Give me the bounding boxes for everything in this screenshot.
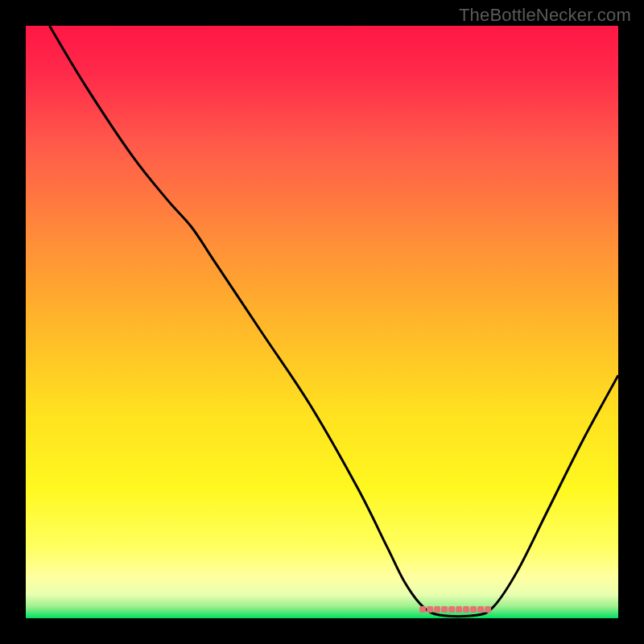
- svg-rect-7: [470, 606, 477, 613]
- svg-rect-5: [456, 606, 462, 613]
- svg-rect-3: [441, 606, 448, 613]
- chart-svg: [26, 26, 618, 618]
- svg-rect-8: [477, 606, 484, 613]
- gradient-background: [26, 26, 618, 618]
- svg-rect-4: [448, 606, 455, 613]
- chart-container: TheBottleNecker.com: [0, 0, 644, 644]
- watermark-text: TheBottleNecker.com: [459, 5, 631, 26]
- svg-rect-2: [434, 606, 440, 613]
- svg-rect-6: [463, 606, 469, 613]
- svg-rect-0: [419, 606, 426, 613]
- svg-rect-1: [427, 606, 433, 613]
- svg-rect-9: [485, 606, 491, 613]
